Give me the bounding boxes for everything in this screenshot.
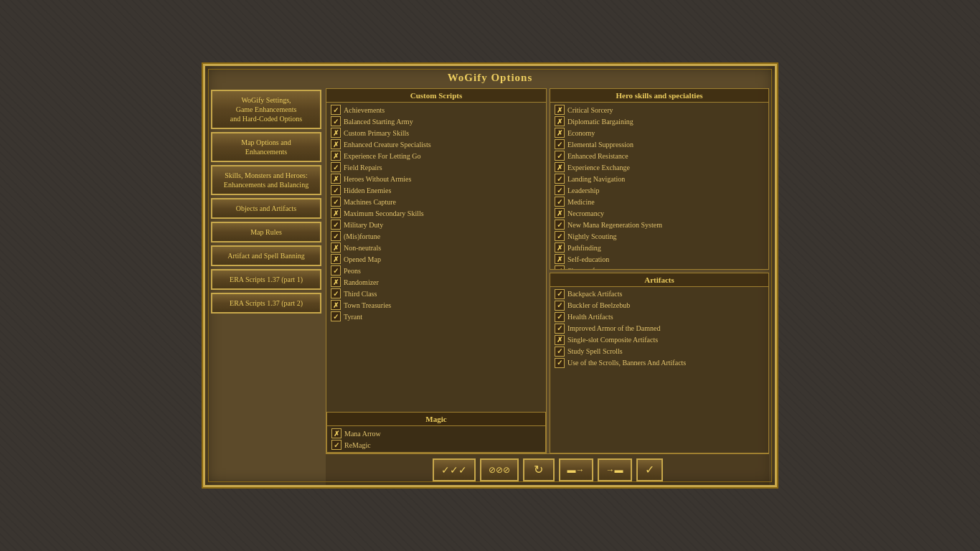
checkbox-enhanced-resistance[interactable] (555, 151, 565, 161)
check-item-health-artifacts[interactable]: Health Artifacts (553, 311, 765, 323)
import-button[interactable]: →▬ (598, 458, 632, 481)
checkbox-siegecraft[interactable] (555, 265, 565, 269)
checkbox-self-education[interactable] (555, 254, 565, 264)
checkbox-heroes-without-armies[interactable] (331, 174, 341, 184)
check-item-pathfinding[interactable]: Pathfinding (553, 242, 765, 253)
checkbox-mana-arrow[interactable] (331, 428, 341, 438)
checkbox-military-duty[interactable] (331, 220, 341, 230)
checkbox-single-slot-composite[interactable] (555, 335, 565, 345)
checkbox-third-class[interactable] (331, 288, 341, 298)
checkbox-maximum-secondary-skills[interactable] (331, 208, 341, 218)
sidebar-btn-objects-artifacts[interactable]: Objects and Artifacts (211, 198, 321, 219)
check-item-use-scrolls-banners[interactable]: Use of the Scrolls, Banners And Artifact… (553, 357, 765, 369)
checkbox-opened-map[interactable] (331, 254, 341, 264)
sidebar-btn-map-options[interactable]: Map Options and Enhancements (211, 132, 321, 162)
check-item-critical-sorcery[interactable]: Critical Sorcery (553, 104, 765, 116)
check-item-peons[interactable]: Peons (329, 265, 543, 276)
check-item-single-slot-composite[interactable]: Single-slot Composite Artifacts (553, 334, 765, 346)
check-item-nightly-scouting[interactable]: Nightly Scouting (553, 230, 765, 242)
checkbox-nightly-scouting[interactable] (555, 231, 565, 241)
checkbox-experience-exchange[interactable] (555, 162, 565, 172)
check-item-third-class[interactable]: Third Class (329, 288, 543, 299)
checkbox-pathfinding[interactable] (555, 242, 565, 253)
checkbox-balanced-starting-army[interactable] (331, 116, 341, 126)
checkbox-necromancy[interactable] (555, 208, 565, 218)
check-item-siegecraft[interactable]: Siegecraft (553, 265, 765, 269)
checkbox-improved-armor-damned[interactable] (555, 324, 565, 334)
check-item-hidden-enemies[interactable]: Hidden Enemies (329, 184, 543, 196)
checkbox-diplomatic-bargaining[interactable] (555, 116, 565, 126)
check-item-opened-map[interactable]: Opened Map (329, 253, 543, 265)
checkbox-randomizer[interactable] (331, 277, 341, 287)
checkbox-economy[interactable] (555, 128, 565, 138)
checkbox-achievements[interactable] (331, 105, 341, 115)
check-item-enhanced-creature-specialists[interactable]: Enhanced Creature Specialists (329, 138, 543, 150)
check-item-economy[interactable]: Economy (553, 127, 765, 138)
checkbox-medicine[interactable] (555, 197, 565, 207)
check-item-machines-capture[interactable]: Machines Capture (329, 196, 543, 207)
check-item-elemental-suppression[interactable]: Elemental Suppression (553, 138, 765, 150)
check-item-military-duty[interactable]: Military Duty (329, 219, 543, 230)
check-item-balanced-starting-army[interactable]: Balanced Starting Army (329, 116, 543, 127)
sidebar-btn-wogify-settings[interactable]: WoGify Settings, Game Enhancements and H… (211, 90, 321, 129)
check-item-medicine[interactable]: Medicine (553, 196, 765, 207)
check-item-necromancy[interactable]: Necromancy (553, 207, 765, 219)
checkbox-misfortune[interactable] (331, 231, 341, 241)
checkbox-study-spell-scrolls[interactable] (555, 347, 565, 357)
checkbox-critical-sorcery[interactable] (555, 105, 565, 115)
checkbox-new-mana-regeneration[interactable] (555, 220, 565, 230)
check-item-maximum-secondary-skills[interactable]: Maximum Secondary Skills (329, 207, 543, 219)
checkbox-peons[interactable] (331, 265, 341, 276)
ok-button[interactable]: ✓ (636, 458, 663, 481)
checkbox-health-artifacts[interactable] (555, 312, 565, 322)
check-item-remagic[interactable]: ReMagic (330, 439, 542, 451)
check-item-backpack-artifacts[interactable]: Backpack Artifacts (553, 288, 765, 300)
check-item-leadership[interactable]: Leadership (553, 184, 765, 196)
checkbox-town-treasuries[interactable] (331, 300, 341, 310)
sidebar-btn-era-scripts-1[interactable]: ERA Scripts 1.37 (part 1) (211, 269, 321, 290)
check-item-experience-exchange[interactable]: Experience Exchange (553, 161, 765, 173)
checkbox-machines-capture[interactable] (331, 197, 341, 207)
check-item-town-treasuries[interactable]: Town Treasuries (329, 299, 543, 311)
check-item-improved-armor-damned[interactable]: Improved Armor of the Damned (553, 323, 765, 334)
check-item-mana-arrow[interactable]: Mana Arrow (330, 428, 542, 439)
sidebar-btn-skills-monsters[interactable]: Skills, Monsters and Heroes: Enhancement… (211, 165, 321, 195)
checkbox-enhanced-creature-specialists[interactable] (331, 139, 341, 149)
sidebar-btn-era-scripts-2[interactable]: ERA Scripts 1.37 (part 2) (211, 293, 321, 314)
check-all-button[interactable]: ✓✓✓ (433, 458, 476, 481)
checkbox-experience-for-letting-go[interactable] (331, 151, 341, 161)
check-item-landing-navigation[interactable]: Landing Navigation (553, 173, 765, 184)
export-button[interactable]: ▬→ (559, 458, 593, 481)
check-item-achievements[interactable]: Achievements (329, 104, 543, 116)
check-item-heroes-without-armies[interactable]: Heroes Without Armies (329, 173, 543, 184)
checkbox-leadership[interactable] (555, 185, 565, 195)
checkbox-buckler-beelzebub[interactable] (555, 301, 565, 311)
check-item-new-mana-regeneration[interactable]: New Mana Regeneration System (553, 219, 765, 230)
check-item-custom-primary-skills[interactable]: Custom Primary Skills (329, 127, 543, 138)
check-item-buckler-beelzebub[interactable]: Buckler of Beelzebub (553, 300, 765, 311)
check-item-experience-for-letting-go[interactable]: Experience For Letting Go (329, 150, 543, 161)
sidebar-btn-artifact-spell[interactable]: Artifact and Spell Banning (211, 245, 321, 266)
check-item-enhanced-resistance[interactable]: Enhanced Resistance (553, 150, 765, 161)
check-item-diplomatic-bargaining[interactable]: Diplomatic Bargaining (553, 116, 765, 127)
checkbox-use-scrolls-banners[interactable] (555, 358, 565, 368)
checkbox-remagic[interactable] (331, 440, 341, 450)
sidebar-btn-map-rules[interactable]: Map Rules (211, 222, 321, 242)
checkbox-elemental-suppression[interactable] (555, 139, 565, 149)
checkbox-backpack-artifacts[interactable] (555, 289, 565, 299)
check-item-non-neutrals[interactable]: Non-neutrals (329, 242, 543, 253)
checkbox-custom-primary-skills[interactable] (331, 128, 341, 138)
checkbox-hidden-enemies[interactable] (331, 185, 341, 195)
check-item-self-education[interactable]: Self-education (553, 253, 765, 265)
checkbox-field-repairs[interactable] (331, 162, 341, 172)
check-item-field-repairs[interactable]: Field Repairs (329, 161, 543, 173)
check-item-tyrant[interactable]: Tyrant (329, 311, 543, 322)
refresh-button[interactable]: ↻ (523, 458, 555, 481)
check-item-randomizer[interactable]: Randomizer (329, 276, 543, 288)
checkbox-tyrant[interactable] (331, 311, 341, 321)
check-item-study-spell-scrolls[interactable]: Study Spell Scrolls (553, 346, 765, 357)
checkbox-non-neutrals[interactable] (331, 242, 341, 253)
checkbox-landing-navigation[interactable] (555, 174, 565, 184)
check-item-misfortune[interactable]: (Mis)fortune (329, 230, 543, 242)
uncheck-all-button[interactable]: ⊘⊘⊘ (480, 458, 519, 481)
